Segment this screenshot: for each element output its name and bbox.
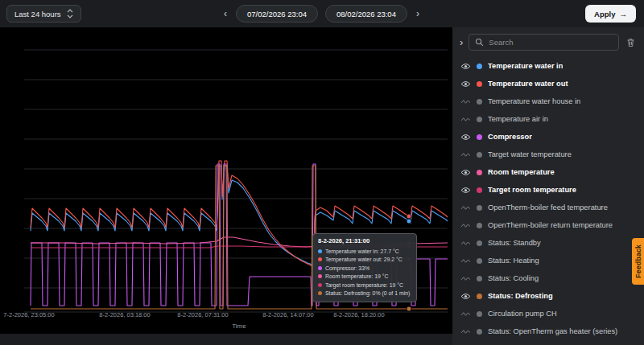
- series-color-dot: [477, 170, 482, 175]
- series-label: Target water temperature: [488, 150, 572, 158]
- tooltip-row: Room temperature: 19 °C: [318, 273, 411, 281]
- series-toggle-item[interactable]: Temperature water house in: [460, 92, 638, 110]
- series-toggle-item[interactable]: Compressor: [460, 128, 638, 146]
- series-color-dot: [477, 311, 482, 317]
- series-color-dot: [318, 283, 322, 287]
- series-color-dot: [477, 205, 482, 211]
- series-toggle-item[interactable]: OpenTherm-boiler return temperature: [460, 216, 638, 234]
- next-range-button[interactable]: ›: [415, 5, 421, 23]
- arrow-right-icon: →: [620, 10, 628, 18]
- select-chevrons-icon: [67, 9, 73, 18]
- search-box[interactable]: [469, 34, 619, 51]
- svg-text:7-2-2026, 23:05:00: 7-2-2026, 23:05:00: [3, 311, 54, 318]
- eye-icon: [460, 293, 471, 300]
- line-series-icon: [460, 222, 471, 229]
- series-label: Temperature air in: [488, 115, 548, 123]
- sidebar-header: ›: [452, 27, 644, 55]
- line-series-icon: [460, 204, 471, 212]
- legend-sidebar: › Temperature water in: [452, 27, 644, 345]
- series-label: OpenTherm-boiler return temperature: [488, 221, 613, 229]
- svg-text:8-2-2026, 18:20:00: 8-2-2026, 18:20:00: [333, 311, 384, 318]
- line-series-icon: [460, 328, 471, 335]
- tooltip-title: 8-2-2026, 21:31:00: [318, 237, 411, 244]
- time-range-label: Last 24 hours: [14, 10, 61, 18]
- search-input[interactable]: [489, 38, 613, 47]
- chart-area: 7-2-2026, 23:05:008-2-2026, 03:18:008-2-…: [0, 27, 452, 334]
- series-label: Temperature water in: [488, 62, 563, 70]
- series-label: Status: Standby: [488, 239, 541, 247]
- series-color-dot: [477, 134, 482, 140]
- topbar: Last 24 hours ‹ 07/02/2026 23:04 08/02/2…: [0, 0, 644, 27]
- series-color-dot: [477, 117, 482, 122]
- date-from-button[interactable]: 07/02/2026 23:04: [236, 5, 318, 23]
- tooltip-row: Temperature water in: 27.7 °C: [318, 247, 411, 256]
- apply-label: Apply: [594, 10, 615, 18]
- trash-icon: [626, 38, 635, 47]
- series-color-dot: [477, 258, 482, 264]
- series-color-dot: [477, 99, 482, 105]
- apply-button[interactable]: Apply →: [585, 5, 636, 23]
- series-color-dot: [477, 294, 482, 299]
- tooltip-row-label: Temperature water in: 27.7 °C: [325, 248, 399, 254]
- eye-icon: [460, 133, 471, 141]
- series-label: Circulation pump CH: [488, 310, 557, 318]
- series-toggle-item[interactable]: OpenTherm-boiler feed temperature: [460, 199, 638, 216]
- series-color-dot: [477, 223, 482, 228]
- series-toggle-item[interactable]: Status: Heating: [460, 252, 638, 269]
- series-color-dot: [477, 81, 482, 87]
- series-toggle-item[interactable]: Status: OpenTherm gas heater (series): [460, 322, 638, 340]
- eye-icon: [460, 63, 471, 70]
- search-icon: [475, 38, 484, 47]
- tooltip-row: Status: Defrosting: 0% (0 of 1 min): [318, 290, 411, 298]
- series-toggle-item[interactable]: Temperature water in: [460, 57, 638, 75]
- line-series-icon: [460, 310, 471, 318]
- series-label: Status: Cooling: [488, 274, 539, 282]
- series-label: Status: Heating: [488, 257, 539, 265]
- svg-text:8-2-2026, 07:31:00: 8-2-2026, 07:31:00: [177, 311, 228, 318]
- line-series-icon: [460, 275, 471, 282]
- series-toggle-item[interactable]: Target water temperature: [460, 146, 638, 163]
- series-color-dot: [318, 257, 322, 261]
- series-color-dot: [477, 240, 482, 246]
- series-label: OpenTherm-boiler feed temperature: [488, 203, 608, 212]
- series-color-dot: [477, 64, 482, 69]
- eye-icon: [460, 169, 471, 176]
- series-color-dot: [318, 274, 322, 278]
- series-toggle-item[interactable]: Room temperature: [460, 163, 638, 181]
- line-series-icon: [460, 116, 471, 123]
- series-toggle-item[interactable]: Temperature water out: [460, 75, 638, 92]
- trash-button[interactable]: [625, 36, 637, 49]
- series-label: Compressor: [488, 133, 532, 141]
- tooltip-row-label: Status: Defrosting: 0% (0 of 1 min): [325, 290, 410, 296]
- series-label: Temperature water out: [488, 80, 568, 88]
- time-range-button[interactable]: Last 24 hours: [6, 5, 81, 23]
- series-toggle-item[interactable]: Temperature air in: [460, 110, 638, 128]
- series-label: Target room temperature: [488, 186, 576, 194]
- feedback-tab[interactable]: Feedback: [632, 238, 644, 285]
- series-toggle-item[interactable]: Status: Standby: [460, 234, 638, 252]
- tooltip-row: Target room temperature: 19 °C: [318, 281, 411, 290]
- chart-tooltip: 8-2-2026, 21:31:00 Temperature water in:…: [312, 233, 417, 302]
- tooltip-row-label: Room temperature: 19 °C: [325, 273, 389, 279]
- series-color-dot: [477, 152, 482, 158]
- series-list: Temperature water in Temperature water o…: [452, 55, 644, 340]
- collapse-sidebar-button[interactable]: ›: [460, 35, 463, 50]
- svg-text:8-2-2026, 14:07:00: 8-2-2026, 14:07:00: [262, 311, 313, 318]
- tooltip-row-label: Target room temperature: 19 °C: [325, 282, 403, 288]
- tooltip-row-label: Temperature water out: 29.2 °C: [325, 257, 402, 262]
- date-to-button[interactable]: 08/02/2026 23:04: [325, 5, 407, 23]
- series-label: Temperature water house in: [488, 97, 580, 105]
- series-color-dot: [318, 249, 322, 253]
- svg-text:8-2-2026, 03:18:00: 8-2-2026, 03:18:00: [99, 311, 150, 318]
- series-toggle-item[interactable]: Status: Defrosting: [460, 287, 638, 305]
- tooltip-row-label: Compressor: 33%: [325, 265, 369, 271]
- series-label: Room temperature: [488, 168, 555, 176]
- series-color-dot: [477, 187, 482, 193]
- series-toggle-item[interactable]: Target room temperature: [460, 181, 638, 199]
- series-color-dot: [477, 329, 482, 335]
- line-series-icon: [460, 98, 471, 105]
- series-toggle-item[interactable]: Circulation pump CH: [460, 305, 638, 322]
- line-series-icon: [460, 240, 471, 247]
- series-toggle-item[interactable]: Status: Cooling: [460, 269, 638, 287]
- prev-range-button[interactable]: ‹: [222, 5, 229, 23]
